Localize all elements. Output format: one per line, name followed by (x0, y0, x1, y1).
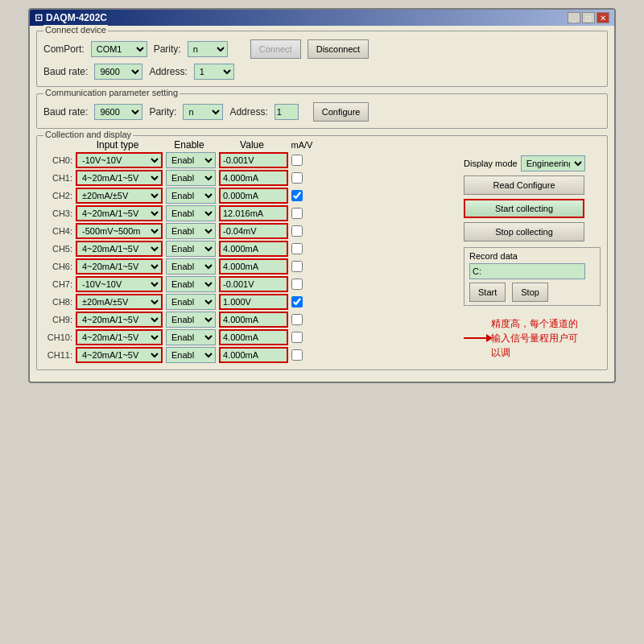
ch4-value-input (219, 223, 288, 239)
ch7-checkbox[interactable] (291, 279, 303, 290)
ch5-input-type-select[interactable]: 4~20mA/1~5V (76, 241, 163, 257)
ch2-label: CH2: (43, 191, 72, 200)
ch2-enable-select[interactable]: Enabl (166, 188, 216, 204)
window-title: DAQM-4202C (46, 12, 107, 23)
ch1-value-input (219, 170, 288, 186)
minimize-button[interactable]: _ (568, 12, 580, 23)
close-button[interactable]: ✕ (597, 12, 609, 23)
ch5-enable-select[interactable]: Enabl (166, 241, 216, 257)
ch1-checkbox[interactable] (291, 172, 303, 184)
ch1-input-type-select[interactable]: 4~20mA/1~5V (76, 170, 163, 186)
ch4-input-type-select[interactable]: -500mV~500m (76, 223, 163, 239)
ch10-input-type-select[interactable]: 4~20mA/1~5V (76, 329, 163, 345)
ch0-enable-select[interactable]: Enabl (166, 152, 216, 168)
ch10-checkbox[interactable] (291, 332, 303, 343)
maximize-button[interactable]: □ (582, 12, 595, 23)
col-header-enable: Enable (164, 139, 214, 151)
main-window: ⊡ DAQM-4202C _ □ ✕ Connect device ComPor… (28, 8, 616, 383)
ch6-label: CH6: (43, 262, 72, 271)
ch1-enable-select[interactable]: Enabl (166, 170, 216, 186)
ch7-enable-select[interactable]: Enabl (166, 276, 216, 292)
ch0-value-input (219, 152, 288, 168)
ch10-enable-select[interactable]: Enabl (166, 329, 216, 345)
ch2-input-type-select[interactable]: ±20mA/±5V (76, 188, 163, 204)
table-row: CH5:4~20mA/1~5VEnabl (43, 241, 459, 257)
comm-parity-select[interactable]: n (183, 104, 223, 120)
configure-button[interactable]: Configure (313, 102, 369, 122)
ch0-input-type-select[interactable]: -10V~10V (76, 152, 163, 168)
ch8-checkbox[interactable] (291, 296, 303, 308)
ch6-checkbox[interactable] (291, 261, 303, 272)
connect-button[interactable]: Connect (250, 39, 301, 59)
ch4-label: CH4: (43, 226, 72, 236)
ch2-checkbox[interactable] (291, 190, 303, 201)
ch10-value-input (219, 329, 288, 345)
annotation-text: 精度高，每个通道的输入信号量程用户可以调 (491, 316, 578, 360)
comport-label: ComPort: (43, 43, 85, 55)
parity-select[interactable]: n (188, 41, 228, 57)
address-label: Address: (149, 66, 187, 77)
collection-display-group: Collection and display Input type Enable… (36, 135, 608, 370)
stop-collecting-button[interactable]: Stop collecting (464, 222, 584, 242)
comm-param-group: Communication parameter setting Baud rat… (36, 93, 608, 129)
comm-address-label: Address: (229, 106, 267, 118)
ch11-enable-select[interactable]: Enabl (166, 347, 216, 363)
table-row: CH9:4~20mA/1~5VEnabl (43, 312, 459, 328)
stop-record-button[interactable]: Stop (512, 283, 548, 302)
comm-address-input[interactable] (275, 104, 299, 120)
display-mode-label: Display mode (464, 159, 518, 168)
ch7-value-input (219, 276, 288, 292)
collection-display-label: Collection and display (43, 130, 133, 139)
read-configure-button[interactable]: Read Configure (464, 175, 584, 195)
ch3-checkbox[interactable] (291, 208, 303, 219)
ch8-input-type-select[interactable]: ±20mA/±5V (76, 294, 163, 310)
table-row: CH10:4~20mA/1~5VEnabl (43, 329, 459, 345)
record-path-input[interactable] (469, 263, 585, 279)
ch5-checkbox[interactable] (291, 243, 303, 254)
ch9-input-type-select[interactable]: 4~20mA/1~5V (76, 312, 163, 328)
ch3-input-type-select[interactable]: 4~20mA/1~5V (76, 205, 163, 221)
record-data-label: Record data (469, 251, 595, 261)
connect-device-label: Connect device (43, 25, 108, 35)
start-collecting-button[interactable]: Start collecting (464, 199, 584, 218)
ch6-enable-select[interactable]: Enabl (166, 258, 216, 275)
ch7-input-type-select[interactable]: -10V~10V (76, 276, 163, 292)
comport-select[interactable]: COM1 (91, 41, 147, 57)
start-record-button[interactable]: Start (469, 283, 506, 302)
address-select[interactable]: 1 (194, 64, 234, 80)
ch5-value-input (219, 241, 288, 257)
ch10-label: CH10: (43, 332, 72, 342)
ch6-input-type-select[interactable]: 4~20mA/1~5V (76, 258, 163, 275)
ch5-label: CH5: (43, 244, 72, 254)
ch9-checkbox[interactable] (291, 314, 303, 325)
table-row: CH1:4~20mA/1~5VEnabl (43, 170, 459, 186)
disconnect-button[interactable]: Disconnect (308, 39, 369, 59)
ch9-enable-select[interactable]: Enabl (166, 312, 216, 328)
ch8-label: CH8: (43, 297, 72, 307)
ch11-checkbox[interactable] (291, 349, 303, 361)
ch3-enable-select[interactable]: Enabl (166, 205, 216, 221)
ch9-label: CH9: (43, 315, 72, 324)
ch11-label: CH11: (43, 350, 72, 360)
col-header-mav: mA/V (290, 140, 314, 150)
comm-parity-label: Parity: (149, 106, 176, 118)
table-row: CH2:±20mA/±5VEnabl (43, 188, 459, 204)
parity-label: Parity: (154, 43, 181, 55)
ch3-label: CH3: (43, 208, 72, 218)
ch0-checkbox[interactable] (291, 155, 303, 166)
display-mode-select[interactable]: Engineering (521, 155, 585, 171)
ch8-enable-select[interactable]: Enabl (166, 294, 216, 310)
ch8-value-input (219, 294, 288, 310)
col-header-input-type: Input type (74, 139, 161, 151)
ch4-checkbox[interactable] (291, 225, 303, 237)
table-row: CH11:4~20mA/1~5VEnabl (43, 347, 459, 363)
ch0-label: CH0: (43, 155, 72, 165)
ch11-input-type-select[interactable]: 4~20mA/1~5V (76, 347, 163, 363)
table-row: CH0:-10V~10VEnabl (43, 152, 459, 168)
baud-rate-select[interactable]: 9600 (94, 64, 142, 80)
comm-baud-select[interactable]: 9600 (94, 104, 142, 120)
connect-device-group: Connect device ComPort: COM1 Parity: n C… (36, 31, 608, 87)
table-row: CH8:±20mA/±5VEnabl (43, 294, 459, 310)
ch4-enable-select[interactable]: Enabl (166, 223, 216, 239)
ch3-value-input (219, 205, 288, 221)
